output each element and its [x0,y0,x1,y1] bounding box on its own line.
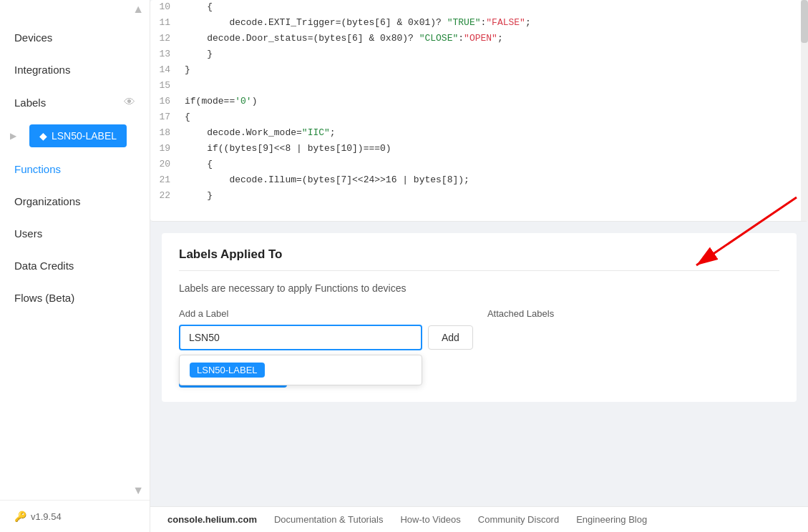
labels-columns: Add a Label Add LSN50-LABEL [179,308,779,388]
attached-labels-col-header: Attached Labels [487,308,779,319]
code-editor: 10 { 11 decode.EXTI_Trigger=(bytes[6] & … [150,0,808,222]
main-inner: 10 { 11 decode.EXTI_Trigger=(bytes[6] & … [150,0,808,532]
footer-link-blog[interactable]: Engineering Blog [576,514,647,525]
sidebar-item-data-credits[interactable]: Data Credits [0,250,150,282]
sidebar-item-label: Labels [14,97,46,109]
key-icon: 🔑 [14,511,26,522]
code-line-19: 19 if((bytes[9]<<8 | bytes[10])===0) [150,142,808,157]
sidebar-item-label: Users [14,227,42,240]
sidebar-scroll-up[interactable]: ▲ [0,0,150,16]
code-line-21: 21 decode.Illum=(bytes[7]<<24>>16 | byte… [150,173,808,189]
main-content: 10 { 11 decode.EXTI_Trigger=(bytes[6] & … [150,0,808,532]
line-content: { [179,110,808,126]
footer-link-docs[interactable]: Documentation & Tutorials [274,514,383,525]
content-area: 10 { 11 decode.EXTI_Trigger=(bytes[6] & … [150,0,808,506]
sidebar-item-label: Flows (Beta) [14,292,74,304]
code-line-17: 17 { [150,110,808,126]
line-number: 22 [150,189,179,205]
footer-brand: console.helium.com [167,514,257,525]
line-content [179,79,808,94]
line-number: 15 [150,79,179,94]
labels-description: Labels are necessary to apply Functions … [179,282,779,294]
line-number: 11 [150,16,179,31]
code-line-11: 11 decode.EXTI_Trigger=(bytes[6] & 0x01)… [150,16,808,31]
sidebar-item-devices[interactable]: Devices [0,21,150,54]
sidebar-item-label: Data Credits [14,260,74,272]
line-content: decode.EXTI_Trigger=(bytes[6] & 0x01)? "… [179,16,808,31]
label-dropdown-item-lsn50[interactable]: LSN50-LABEL [180,355,422,385]
sidebar-item-label: Integrations [14,64,70,76]
code-scroll[interactable]: 10 { 11 decode.EXTI_Trigger=(bytes[6] & … [150,0,808,221]
line-number: 14 [150,63,179,79]
version-label: v1.9.54 [31,511,62,522]
code-line-14: 14 } [150,63,808,79]
line-number: 18 [150,126,179,142]
code-line-15: 15 [150,79,808,94]
line-content: decode.Work_mode="IIC"; [179,126,808,142]
line-number: 20 [150,157,179,173]
line-content: } [179,189,808,205]
sidebar-item-label: Devices [14,31,52,44]
add-label-input[interactable] [179,325,422,350]
line-number: 17 [150,110,179,126]
line-content: } [179,47,808,63]
add-label-col-header: Add a Label [179,308,473,319]
label-dropdown: LSN50-LABEL [179,355,422,385]
code-line-12: 12 decode.Door_status=(bytes[6] & 0x80)?… [150,31,808,47]
sidebar-item-lsn50-label[interactable]: ◆ LSN50-LABEL [29,124,127,147]
line-number: 16 [150,94,179,110]
sidebar-item-integrations[interactable]: Integrations [0,54,150,86]
code-line-22: 22 } [150,189,808,205]
line-content: if(mode=='0') [179,94,808,110]
page-footer: console.helium.com Documentation & Tutor… [150,506,808,532]
code-line-20: 20 { [150,157,808,173]
code-line-16: 16 if(mode=='0') [150,94,808,110]
line-content: decode.Door_status=(bytes[6] & 0x80)? "C… [179,31,808,47]
label-chip: LSN50-LABEL [190,363,265,378]
scroll-thumb[interactable] [801,0,808,43]
code-line-18: 18 decode.Work_mode="IIC"; [150,126,808,142]
footer-link-discord[interactable]: Community Discord [478,514,559,525]
sidebar-nav: Devices Integrations Labels 👁 ▶ ◆ LSN50-… [0,16,150,484]
sidebar-item-labels[interactable]: Labels 👁 [0,86,150,119]
chevron-right-icon: ▶ [7,131,19,141]
sidebar: ▲ Devices Integrations Labels 👁 ▶ ◆ LSN5… [0,0,150,532]
labels-applied-section: Labels Applied To Labels are necessary t… [162,233,797,402]
add-label-column: Add a Label Add LSN50-LABEL [179,308,473,388]
sidebar-item-label: Organizations [14,195,81,207]
line-content: if((bytes[9]<<8 | bytes[10])===0) [179,142,808,157]
labels-section-title: Labels Applied To [179,247,779,271]
line-content: { [179,0,808,16]
sidebar-item-label: Functions [14,163,61,175]
code-line-13: 13 } [150,47,808,63]
line-number: 21 [150,173,179,189]
line-number: 19 [150,142,179,157]
sidebar-scroll-down[interactable]: ▼ [0,484,150,500]
sidebar-version[interactable]: 🔑 v1.9.54 [0,500,150,532]
sidebar-item-organizations[interactable]: Organizations [0,185,150,217]
sidebar-item-functions[interactable]: Functions [0,153,150,185]
line-content: } [179,63,808,79]
add-label-button[interactable]: Add [428,325,473,350]
sidebar-label-text: LSN50-LABEL [52,130,117,142]
code-scrollbar[interactable] [801,0,808,221]
eye-slash-icon: 👁 [124,96,135,109]
sidebar-item-flows-beta[interactable]: Flows (Beta) [0,282,150,314]
line-number: 10 [150,0,179,16]
footer-link-videos[interactable]: How-to Videos [400,514,460,525]
code-line-10: 10 { [150,0,808,16]
add-label-row: Add LSN50-LABEL [179,325,473,350]
tag-icon: ◆ [39,130,47,142]
line-number: 12 [150,31,179,47]
sidebar-label-chip-row: ▶ ◆ LSN50-LABEL [0,119,150,153]
line-content: { [179,157,808,173]
line-content: decode.Illum=(bytes[7]<<24>>16 | bytes[8… [179,173,808,189]
attached-labels-column: Attached Labels [473,308,779,388]
line-number: 13 [150,47,179,63]
code-table: 10 { 11 decode.EXTI_Trigger=(bytes[6] & … [150,0,808,205]
sidebar-item-users[interactable]: Users [0,217,150,250]
